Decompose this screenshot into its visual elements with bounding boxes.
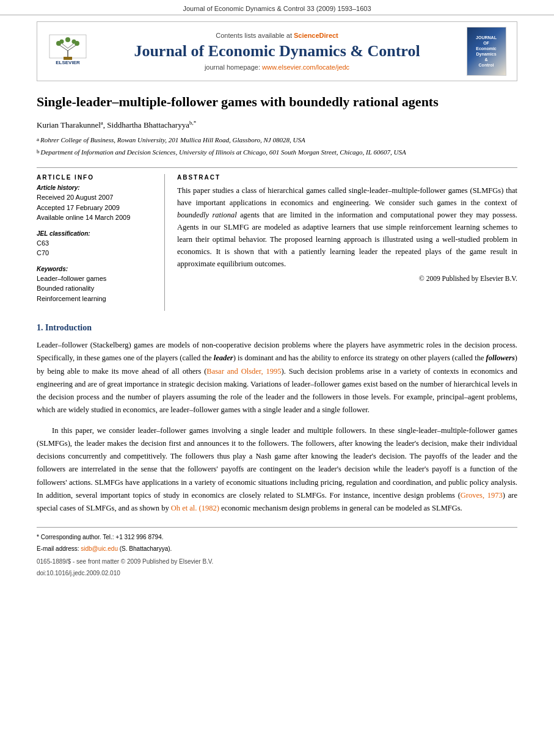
authors-line: Kurian Tharakunnela, Siddhartha Bhattach… <box>37 120 517 130</box>
journal-cover-image: JOURNALOFEconomicDynamics&Control <box>467 27 506 76</box>
affiliation2-text: Department of Information and Decision S… <box>41 147 406 158</box>
journal-citation: Journal of Economic Dynamics & Control 3… <box>183 5 371 12</box>
jel-c70: C70 <box>37 248 156 258</box>
page: Journal of Economic Dynamics & Control 3… <box>0 0 554 756</box>
article-info-column: ARTICLE INFO Article history: Received 2… <box>37 174 165 311</box>
author1-sup: a <box>101 120 103 126</box>
affiliation1-text: Rohrer College of Business, Rowan Univer… <box>40 135 305 146</box>
keyword1: Leader–follower games <box>37 274 156 284</box>
author2-name: Siddhartha Bhattacharyya <box>107 120 189 129</box>
abstract-body: This paper studies a class of hierarchic… <box>177 184 517 270</box>
jel-c63: C63 <box>37 238 156 249</box>
corresponding-author-note: * Corresponding author. Tel.: +1 312 996… <box>37 532 517 542</box>
available-date: Available online 14 March 2009 <box>37 213 156 223</box>
svg-point-8 <box>60 39 64 43</box>
ref-groves-1973[interactable]: Groves, 1973 <box>461 491 503 500</box>
jel-section: JEL classification: C63 C70 <box>37 230 156 258</box>
svg-text:ELSEVIER: ELSEVIER <box>56 60 80 65</box>
elsevier-logo: ELSEVIER <box>46 34 89 70</box>
accepted-date: Accepted 17 February 2009 <box>37 203 156 213</box>
email-link[interactable]: sidb@uic.edu <box>81 545 118 552</box>
article-info-heading: ARTICLE INFO <box>37 174 156 181</box>
introduction-heading: 1. Introduction <box>37 323 517 333</box>
affil2-sup: b <box>37 147 40 156</box>
article-title: Single-leader–multiple-follower games wi… <box>37 93 517 111</box>
contents-available-line: Contents lists available at ScienceDirec… <box>92 32 462 39</box>
journal-homepage-line: journal homepage: www.elsevier.com/locat… <box>92 64 462 71</box>
abstract-column: ABSTRACT This paper studies a class of h… <box>177 174 517 311</box>
journal-header-center: Contents lists available at ScienceDirec… <box>92 32 462 70</box>
journal-header-box: ELSEVIER Contents lists available at Sci… <box>37 21 517 81</box>
received-date: Received 20 August 2007 <box>37 192 156 203</box>
ref-oh-et-al[interactable]: Oh et al. (1982) <box>171 504 219 512</box>
journal-cover-area: JOURNALOFEconomicDynamics&Control <box>462 27 511 76</box>
homepage-link[interactable]: www.elsevier.com/locate/jedc <box>262 64 349 71</box>
author1-name: Kurian Tharakunnel <box>37 120 101 129</box>
svg-point-9 <box>72 39 76 43</box>
affiliation1-line: a Rohrer College of Business, Rowan Univ… <box>37 135 517 146</box>
intro-paragraph1: Leader–follower (Stackelberg) games are … <box>37 339 517 417</box>
ref-basar-olsder[interactable]: Basar and Olsder, 1995 <box>206 367 281 376</box>
svg-line-3 <box>68 45 77 51</box>
article-content: Single-leader–multiple-follower games wi… <box>37 81 517 515</box>
history-section: Article history: Received 20 August 2007… <box>37 184 156 223</box>
keywords-section: Keywords: Leader–follower games Bounded … <box>37 266 156 304</box>
affiliations: a Rohrer College of Business, Rowan Univ… <box>37 135 517 158</box>
affiliation2-line: b Department of Information and Decision… <box>37 147 517 158</box>
journal-citation-bar: Journal of Economic Dynamics & Control 3… <box>0 0 554 15</box>
journal-title: Journal of Economic Dynamics & Control <box>92 42 462 60</box>
jel-label: JEL classification: <box>37 230 156 237</box>
footer-issn: 0165-1889/$ - see front matter © 2009 Pu… <box>37 558 517 565</box>
abstract-heading: ABSTRACT <box>177 174 517 181</box>
email-note: E-mail address: sidb@uic.edu (S. Bhattac… <box>37 544 517 553</box>
followers-italic: followers <box>486 354 515 362</box>
history-label: Article history: <box>37 184 156 191</box>
keyword3: Reinforcement learning <box>37 294 156 304</box>
sciencedirect-link[interactable]: ScienceDirect <box>294 32 338 39</box>
elsevier-logo-area: ELSEVIER <box>43 34 92 70</box>
page-footer: * Corresponding author. Tel.: +1 312 996… <box>37 527 517 576</box>
leader-italic: leader <box>214 354 233 362</box>
keyword2: Bounded rationality <box>37 283 156 294</box>
keywords-label: Keywords: <box>37 266 156 272</box>
affil1-sup: a <box>37 135 39 144</box>
intro-paragraph2: In this paper, we consider leader–follow… <box>37 424 517 515</box>
info-abstract-columns: ARTICLE INFO Article history: Received 2… <box>37 167 517 311</box>
abstract-information-word: information <box>337 211 373 219</box>
svg-line-2 <box>59 45 68 51</box>
abstract-copyright: © 2009 Published by Elsevier B.V. <box>177 275 517 282</box>
svg-point-10 <box>65 37 70 42</box>
footer-doi: doi:10.1016/j.jedc.2009.02.010 <box>37 570 517 576</box>
abstract-italic-phrase: boundedly rational <box>177 211 237 219</box>
author2-sup: b,* <box>189 120 196 126</box>
